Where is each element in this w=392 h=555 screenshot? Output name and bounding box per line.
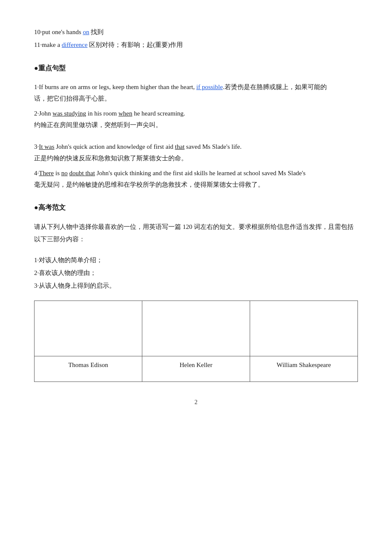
- table-name-row: Thomas Edison Helen Keller William Shake…: [35, 356, 358, 382]
- exam-section: 请从下列人物中选择你最喜欢的一位，用英语写一篇 120 词左右的短文。要求根据所…: [34, 221, 358, 292]
- vocab-11-number: 11: [34, 41, 40, 48]
- vocab-item-10: 10·put one's hands on 找到: [34, 26, 358, 38]
- exam-list-1-text: 1·对该人物的简单介绍；: [34, 257, 103, 263]
- s1-prefix: 1·If burns are on arms or legs, keep the…: [34, 84, 196, 90]
- table-cell-edison-image: [35, 301, 142, 356]
- table-cell-keller-image: [142, 301, 250, 356]
- section1-title: ●重点句型: [34, 64, 358, 73]
- vocab-11-text-after: 区别对待；有影响；起(重要)作用: [87, 41, 183, 48]
- table-cell-shakespeare-name: William Shakespeare: [250, 356, 358, 382]
- exam-list-item-3: 3·从该人物身上得到的启示。: [34, 279, 358, 292]
- sentence-3: 3·It was John's quick action and knowled…: [34, 141, 358, 164]
- exam-instructions-text: 请从下列人物中选择你最喜欢的一位，用英语写一篇 120 词左右的短文。要求根据所…: [34, 223, 354, 243]
- sentence-2: 2·John was studying in his room when he …: [34, 108, 358, 131]
- s1-suffix: .若烫伤是在胳膊或腿上，如果可能的: [223, 84, 327, 90]
- exam-instructions: 请从下列人物中选择你最喜欢的一位，用英语写一篇 120 词左右的短文。要求根据所…: [34, 221, 358, 245]
- s4-translation: 毫无疑问，是约翰敏捷的思维和在学校所学的急救技术，使得斯莱德女士得救了。: [34, 181, 264, 188]
- s3-underline2: that: [175, 143, 185, 150]
- s2-prefix: 2·John: [34, 110, 52, 117]
- s2-suffix: he heard screaming.: [132, 110, 185, 117]
- vocab-10-text-after: 找到: [89, 29, 104, 35]
- s1-link: if possible: [196, 84, 223, 90]
- s3-middle: John's quick action and knowledge of fir…: [55, 143, 175, 150]
- table-cell-keller-name: Helen Keller: [142, 356, 250, 382]
- s4-underline2: no: [61, 170, 68, 176]
- s3-underline1: It was: [39, 143, 54, 150]
- table-cell-shakespeare-image: [250, 301, 358, 356]
- s2-underline1: was studying: [52, 110, 86, 117]
- s3-prefix: 3·: [34, 143, 39, 150]
- vocab-11-link[interactable]: difference: [62, 41, 88, 48]
- s4-underline3: doubt that: [69, 170, 95, 176]
- s3-translation: 正是约翰的快速反应和急救知识救了斯莱德女士的命。: [34, 155, 187, 162]
- s4-underline1: There: [39, 170, 54, 176]
- s3-suffix: saved Ms Slade's life.: [184, 143, 242, 150]
- sentence-1: 1·If burns are on arms or legs, keep the…: [34, 81, 358, 104]
- persons-table: Thomas Edison Helen Keller William Shake…: [34, 301, 358, 382]
- table-cell-edison-name: Thomas Edison: [35, 356, 142, 382]
- section2-title-text: ●高考范文: [34, 203, 66, 212]
- table-image-row: [35, 301, 358, 356]
- s2-middle: in his room: [86, 110, 118, 117]
- vocab-11-text-before: ·make a: [40, 41, 61, 48]
- vocab-item-11: 11·make a difference 区别对待；有影响；起(重要)作用: [34, 38, 358, 51]
- sentence-4: 4·There is no doubt that John's quick th…: [34, 168, 358, 191]
- vocab-section: 10·put one's hands on 找到 11·make a diffe…: [34, 26, 358, 51]
- exam-list-item-2: 2·喜欢该人物的理由；: [34, 266, 358, 279]
- exam-list-3-text: 3·从该人物身上得到的启示。: [34, 282, 115, 289]
- vocab-10-text-before: ·put one's hands: [40, 29, 83, 35]
- s4-suffix: John's quick thinking and the first aid …: [95, 170, 306, 176]
- section1-title-text: ●重点句型: [34, 64, 66, 73]
- exam-list-item-1: 1·对该人物的简单介绍；: [34, 254, 358, 266]
- page-footer: 2: [34, 399, 358, 406]
- s1-translation: 话，把它们抬得高于心脏。: [34, 95, 111, 102]
- sentences-section: 1·If burns are on arms or legs, keep the…: [34, 81, 358, 191]
- exam-list-2-text: 2·喜欢该人物的理由；: [34, 269, 96, 276]
- s4-space1: is: [54, 170, 61, 176]
- s4-prefix: 4·: [34, 170, 39, 176]
- s2-translation: 约翰正在房间里做功课，突然听到一声尖叫。: [34, 121, 162, 128]
- section2-title: ●高考范文: [34, 203, 358, 212]
- spacer1: [34, 134, 358, 141]
- vocab-10-link[interactable]: on: [83, 29, 89, 35]
- page-number: 2: [195, 399, 198, 405]
- vocab-10-number: 10: [34, 29, 40, 35]
- s2-underline2: when: [118, 110, 133, 117]
